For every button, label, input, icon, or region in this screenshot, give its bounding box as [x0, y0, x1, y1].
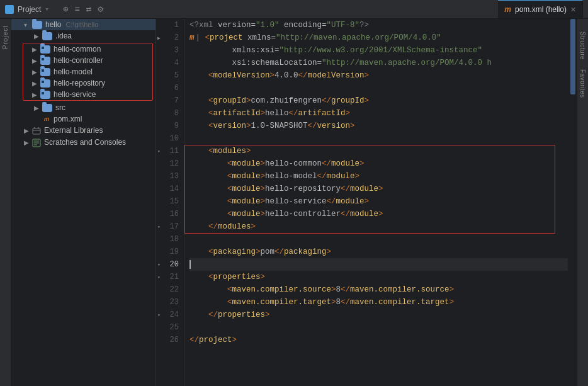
ln-22: 22: [156, 283, 184, 296]
ln-16: 16: [156, 208, 184, 220]
code-line-2: m| <project xmlns="http://maven.apache.o…: [189, 31, 568, 44]
label-hello-model: hello-model: [54, 67, 93, 76]
code-line-23: <maven.compiler.target>8</maven.compiler…: [189, 296, 568, 309]
tree-item-hello-root[interactable]: ▾ hello C:\git\hello: [11, 19, 155, 30]
code-line-6: [189, 82, 568, 94]
label-hello: hello: [45, 20, 61, 29]
ext-libs-icon: [32, 126, 41, 135]
tab-m-icon: m: [504, 5, 511, 14]
ln-8: 8: [156, 107, 184, 120]
folder-icon-hello: [32, 21, 42, 29]
cursor: [189, 260, 191, 269]
tab-bar: m pom.xml (hello) ✕: [498, 0, 583, 18]
tab-favorites[interactable]: Favorites: [579, 69, 586, 98]
tree-item-hello-common[interactable]: ▶ hello-common: [23, 43, 152, 55]
hello-path: C:\git\hello: [64, 21, 98, 28]
folder-icon-src: [42, 104, 52, 112]
label-ext-libs: External Libraries: [44, 126, 103, 135]
tree-item-hello-repository[interactable]: ▶ hello-repository: [23, 77, 152, 89]
ln-23: 23: [156, 296, 184, 309]
module-icon-hello-repository: [40, 79, 50, 88]
left-sidebar-tab: Project: [0, 19, 11, 386]
file-tree-panel: ▾ hello C:\git\hello ▶ .idea ▶ hello-com…: [11, 19, 156, 386]
arrow-src: ▶: [34, 105, 40, 111]
code-line-10: [189, 132, 568, 145]
tree-item-ext-libs[interactable]: ▶ External Libraries: [11, 125, 155, 137]
code-line-21: <properties>: [189, 271, 568, 283]
editor-area: 1 ▶2 3 4 5 6 7 8 9 10 ▾11 12 13 14 15 16: [156, 19, 577, 386]
ln-12: 12: [156, 157, 184, 170]
tree-item-idea[interactable]: ▶ .idea: [11, 30, 155, 42]
scrollbar-thumb[interactable]: [570, 19, 575, 94]
module-icon-hello-common: [40, 45, 50, 54]
module-icon-hello-controller: [40, 57, 50, 65]
arrow-hello-model: ▶: [32, 69, 38, 76]
label-hello-controller: hello-controller: [54, 56, 103, 65]
ln-10: 10: [156, 132, 184, 145]
tree-item-hello-model[interactable]: ▶ hello-model: [23, 66, 152, 77]
code-line-12: <module>hello-common</module>: [189, 157, 568, 170]
code-line-18: [189, 233, 568, 246]
icon-settings[interactable]: ⚙: [98, 4, 103, 14]
line-numbers: 1 ▶2 3 4 5 6 7 8 9 10 ▾11 12 13 14 15 16: [156, 19, 184, 386]
icon-arrows[interactable]: ⇄: [86, 4, 91, 14]
ln-4: 4: [156, 57, 184, 69]
svg-rect-2: [33, 128, 40, 134]
code-line-17: </modules>: [189, 220, 568, 233]
ln-6: 6: [156, 82, 184, 94]
label-pom: pom.xml: [54, 115, 82, 123]
title-bar: Project ▾ ⊕ ≡ ⇄ ⚙ m pom.xml (hello) ✕: [0, 0, 588, 19]
ln-2: ▶2: [156, 31, 184, 44]
project-dropdown-arrow[interactable]: ▾: [45, 5, 49, 13]
arrow-hello-common: ▶: [32, 46, 38, 53]
code-line-19: <packaging>pom</packaging>: [189, 246, 568, 258]
tree-item-hello-service[interactable]: ▶ hello-service: [23, 89, 152, 100]
editor-content: 1 ▶2 3 4 5 6 7 8 9 10 ▾11 12 13 14 15 16: [156, 19, 577, 386]
code-line-11: <modules>: [189, 145, 568, 157]
ln-3: 3: [156, 44, 184, 57]
tab-close-button[interactable]: ✕: [570, 6, 576, 14]
ln-13: 13: [156, 170, 184, 183]
tree-item-hello-controller[interactable]: ▶ hello-controller: [23, 55, 152, 66]
code-line-9: <version>1.0-SNAPSHOT</version>: [189, 120, 568, 132]
code-line-13: <module>hello-model</module>: [189, 170, 568, 183]
tab-structure[interactable]: Structure: [579, 31, 586, 60]
code-decl-1: <?xml: [189, 21, 218, 30]
code-area[interactable]: <?xml version="1.0" encoding="UTF-8"?> m…: [184, 19, 568, 386]
title-bar-left: Project ▾ ⊕ ≡ ⇄ ⚙: [5, 4, 103, 14]
arrow-hello: ▾: [24, 21, 30, 28]
module-icon-hello-service: [40, 91, 50, 99]
pom-icon: m: [42, 115, 51, 123]
code-line-4: xsi:schemaLocation="http://maven.apache.…: [189, 57, 568, 69]
tree-item-scratches[interactable]: ▶ Scratches and Consoles: [11, 137, 155, 149]
highlight-group-modules: ▶ hello-common ▶ hello-controller ▶ hell…: [23, 43, 153, 101]
scratch-icon: [32, 138, 41, 147]
left-sidebar-label[interactable]: Project: [2, 25, 9, 49]
code-line-22: <maven.compiler.source>8</maven.compiler…: [189, 283, 568, 296]
tree-item-pom[interactable]: ▶ m pom.xml: [11, 113, 155, 125]
code-line-24: </properties>: [189, 309, 568, 321]
ln-18: 18: [156, 233, 184, 246]
ln-14: 14: [156, 183, 184, 195]
arrow-scratches: ▶: [24, 139, 30, 146]
folder-icon-idea: [42, 32, 52, 40]
icon-list[interactable]: ≡: [74, 4, 79, 14]
tab-pom-label: pom.xml (hello): [515, 5, 567, 14]
right-tabs: Structure Favorites: [577, 19, 588, 386]
ln-15: 15: [156, 195, 184, 208]
right-scrollbar[interactable]: [568, 19, 577, 386]
tab-pom-xml[interactable]: m pom.xml (hello) ✕: [498, 0, 583, 18]
ln-25: 25: [156, 321, 184, 334]
icon-globe[interactable]: ⊕: [63, 4, 68, 14]
tree-item-src[interactable]: ▶ src: [11, 102, 155, 113]
ln-17: ▾17: [156, 220, 184, 233]
code-line-8: <artifactId>hello</artifactId>: [189, 107, 568, 120]
code-line-7: <groupId>com.zhuifengren</groupId>: [189, 94, 568, 107]
module-icon-hello-model: [40, 68, 50, 76]
project-icon: [5, 5, 14, 14]
arrow-hello-controller: ▶: [32, 57, 38, 64]
label-hello-common: hello-common: [54, 45, 101, 54]
code-line-3: xmlns:xsi="http://www.w3.org/2001/XMLSch…: [189, 44, 568, 57]
code-line-25: [189, 321, 568, 334]
ln-21: ▾21: [156, 271, 184, 283]
